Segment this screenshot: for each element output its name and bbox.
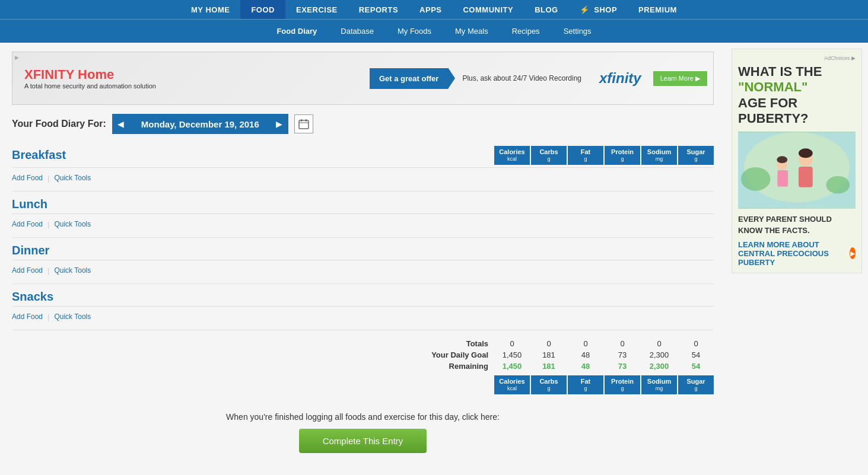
ad-choices-label: AdChoices ▶ (738, 55, 856, 61)
snacks-quick-tools[interactable]: Quick Tools (54, 313, 91, 321)
dinner-header: Dinner (12, 244, 714, 260)
ad-subtitle: A total home security and automation sol… (24, 82, 358, 90)
breakfast-quick-tools[interactable]: Quick Tools (54, 174, 91, 183)
lunch-divider (12, 237, 714, 238)
ad-cta[interactable]: Get a great offer (370, 68, 448, 89)
sidebar-ad-image (738, 132, 856, 209)
totals-section: Totals 0 0 0 0 0 0 Your Daily Goal 1,450… (12, 339, 714, 394)
dinner-quick-tools[interactable]: Quick Tools (54, 266, 91, 275)
bottom-headers: Calories kcal Carbs g Fat g Protein g (494, 375, 714, 394)
daily-goal-row: Your Daily Goal 1,450 181 48 73 2,300 54 (12, 350, 714, 359)
breakfast-add-food[interactable]: Add Food (12, 174, 43, 183)
bottom-sugar-header: Sugar g (678, 375, 714, 394)
subnav-database[interactable]: Database (329, 20, 386, 43)
totals-row: Totals 0 0 0 0 0 0 (12, 339, 714, 348)
date-navigation: Your Food Diary For: ◀ Monday, December … (12, 114, 714, 134)
ad-left: XFINITY Home A total home security and a… (12, 61, 370, 95)
svg-point-13 (826, 176, 850, 193)
ad-detail: Plus, ask about 24/7 Video Recording (448, 68, 599, 88)
subnav-recipes[interactable]: Recipes (500, 20, 552, 43)
lunch-add-food[interactable]: Add Food (12, 220, 43, 229)
sugar-header: Sugar g (678, 146, 714, 165)
remaining-sugar: 54 (678, 362, 714, 371)
svg-rect-3 (306, 119, 307, 122)
lunch-section: Lunch Add Food | Quick Tools (12, 197, 714, 238)
dinner-section: Dinner Add Food | Quick Tools (12, 244, 714, 284)
nav-my-home[interactable]: MY HOME (180, 0, 240, 19)
sidebar: AdChoices ▶ WHAT IS THE "NORMAL" AGE FOR… (726, 43, 868, 471)
dinner-add-food[interactable]: Add Food (12, 266, 43, 275)
snacks-add-food[interactable]: Add Food (12, 313, 43, 321)
nav-community[interactable]: COMMUNITY (452, 0, 524, 19)
breakfast-title: Breakfast (12, 148, 66, 162)
nav-food[interactable]: FOOD (240, 0, 285, 19)
breakfast-divider (12, 191, 714, 192)
date-box: ◀ Monday, December 19, 2016 ▶ (112, 114, 288, 134)
complete-entry-section: When you're finished logging all foods a… (12, 412, 714, 453)
next-date-button[interactable]: ▶ (271, 114, 288, 133)
nav-blog[interactable]: BLOG (524, 0, 569, 19)
dinner-divider (12, 283, 714, 284)
bottom-fat-header: Fat g (568, 375, 603, 394)
ad-title: XFINITY Home (24, 67, 358, 82)
ua-logo-icon: ⚡ (580, 5, 590, 14)
calendar-icon[interactable] (294, 114, 313, 133)
remaining-label: Remaining (393, 362, 488, 371)
snacks-title: Snacks (12, 290, 53, 304)
date-nav-label: Your Food Diary For: (12, 119, 106, 129)
remaining-row: Remaining 1,450 181 48 73 2,300 54 (12, 362, 714, 371)
top-navigation: MY HOME FOOD EXERCISE REPORTS APPS COMMU… (0, 0, 868, 19)
ad-banner: ▶ XFINITY Home A total home security and… (12, 52, 714, 105)
sidebar-ad: AdChoices ▶ WHAT IS THE "NORMAL" AGE FOR… (732, 49, 862, 273)
svg-rect-2 (301, 119, 302, 122)
subnav-settings[interactable]: Settings (552, 20, 603, 43)
sodium-header: Sodium mg (641, 146, 677, 165)
lunch-quick-tools[interactable]: Quick Tools (54, 220, 91, 229)
prev-date-button[interactable]: ◀ (113, 114, 129, 133)
ad-logo: xfinity (599, 70, 653, 87)
snacks-divider (12, 330, 714, 330)
play-icon: ▶ (850, 247, 856, 259)
breakfast-nutrient-headers: Calories kcal Carbs g Fat g Protein g (494, 146, 714, 165)
bottom-carbs-header: Carbs g (531, 375, 567, 394)
goal-protein: 73 (605, 350, 640, 359)
nav-apps[interactable]: APPS (409, 0, 452, 19)
sub-navigation: Food Diary Database My Foods My Meals Re… (0, 19, 868, 43)
breakfast-section: Breakfast Calories kcal Carbs g Fat g (12, 146, 714, 192)
ad-learn-more-button[interactable]: Learn More ▶ (653, 71, 707, 86)
totals-protein: 0 (605, 339, 640, 348)
current-date: Monday, December 19, 2016 (129, 114, 271, 133)
bottom-nutrient-headers: Calories kcal Carbs g Fat g Protein g (12, 375, 714, 394)
subnav-my-foods[interactable]: My Foods (386, 20, 443, 43)
totals-fat: 0 (568, 339, 603, 348)
breakfast-actions: Add Food | Quick Tools (12, 171, 714, 187)
totals-sodium: 0 (641, 339, 677, 348)
nav-reports[interactable]: REPORTS (348, 0, 409, 19)
goal-fat: 48 (568, 350, 603, 359)
subnav-food-diary[interactable]: Food Diary (265, 20, 329, 43)
totals-carbs: 0 (531, 339, 567, 348)
complete-text: When you're finished logging all foods a… (12, 412, 714, 422)
svg-rect-9 (777, 170, 788, 187)
svg-point-10 (799, 148, 813, 158)
complete-entry-button[interactable]: Complete This Entry (299, 429, 427, 453)
svg-point-12 (741, 167, 771, 191)
nav-shop[interactable]: ⚡ SHOP (569, 0, 628, 19)
goal-sugar: 54 (678, 350, 714, 359)
subnav-my-meals[interactable]: My Meals (443, 20, 500, 43)
sidebar-learn-more-link[interactable]: LEARN MORE ABOUT CENTRAL PRECOCIOUS PUBE… (738, 240, 856, 267)
snacks-header: Snacks (12, 290, 714, 307)
totals-sugar: 0 (678, 339, 714, 348)
nav-exercise[interactable]: EXERCISE (285, 0, 348, 19)
nav-premium[interactable]: PREMIUM (628, 0, 688, 19)
remaining-sodium: 2,300 (641, 362, 677, 371)
ad-tag: ▶ (15, 55, 19, 60)
remaining-values: 1,450 181 48 73 2,300 54 (494, 362, 714, 371)
sidebar-ad-title: WHAT IS THE "NORMAL" AGE FOR PUBERTY? (738, 64, 856, 127)
remaining-protein: 73 (605, 362, 640, 371)
fat-header: Fat g (568, 146, 603, 165)
dinner-separator: | (47, 266, 49, 275)
bottom-calories-header: Calories kcal (494, 375, 530, 394)
dinner-title: Dinner (12, 244, 49, 257)
lunch-separator: | (47, 220, 49, 229)
